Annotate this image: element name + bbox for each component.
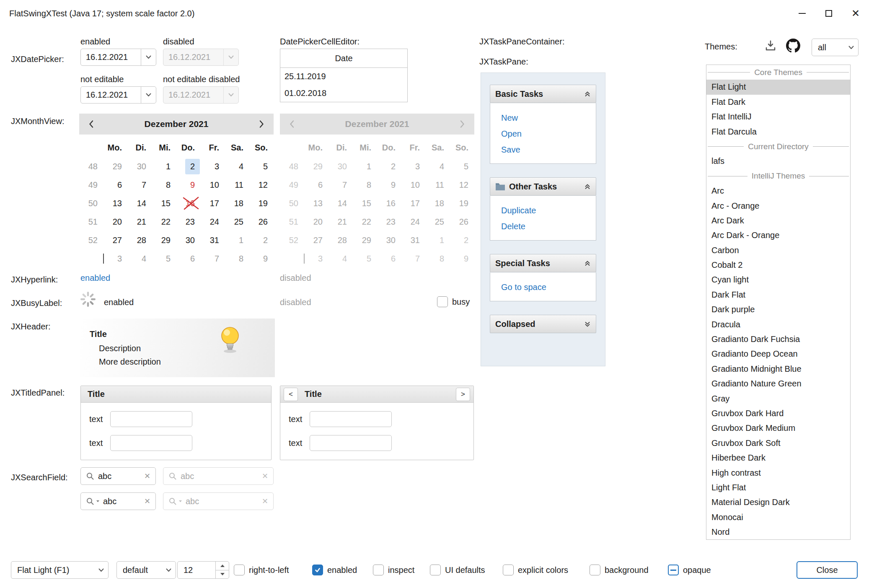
- day-cell[interactable]: 7: [201, 249, 225, 268]
- day-cell[interactable]: 16: [176, 194, 201, 212]
- theme-list-item[interactable]: Flat Light: [706, 80, 850, 94]
- day-cell[interactable]: 3: [103, 249, 128, 268]
- day-cell[interactable]: 14: [128, 194, 152, 212]
- datepicker-value[interactable]: 16.12.2021: [81, 49, 141, 65]
- day-cell[interactable]: 2: [249, 231, 274, 249]
- spinner-down-button[interactable]: [216, 570, 229, 579]
- clear-icon[interactable]: ✕: [144, 471, 150, 481]
- theme-list-item[interactable]: Gray: [706, 391, 850, 406]
- theme-list-item[interactable]: Gradianto Midnight Blue: [706, 362, 850, 376]
- day-cell[interactable]: 19: [249, 194, 274, 212]
- theme-list-item[interactable]: Flat IntelliJ: [706, 109, 850, 124]
- next-month-button[interactable]: [249, 120, 274, 128]
- close-dialog-button[interactable]: Close: [797, 561, 858, 579]
- theme-list-item[interactable]: Flat Darcula: [706, 124, 850, 139]
- theme-list-item[interactable]: Arc - Orange: [706, 199, 850, 213]
- datepicker-value[interactable]: 16.12.2021: [81, 87, 141, 103]
- theme-list-item[interactable]: Monocai: [706, 510, 850, 525]
- day-cell[interactable]: 30: [128, 157, 152, 176]
- datepicker-dropdown-button[interactable]: [141, 49, 156, 65]
- date-table-cell[interactable]: 25.11.2019: [280, 68, 407, 85]
- day-cell[interactable]: 20: [103, 212, 128, 231]
- themes-filter-combobox[interactable]: all: [812, 39, 859, 56]
- theme-list-item[interactable]: Gradianto Nature Green: [706, 376, 850, 391]
- day-cell[interactable]: 13: [103, 194, 128, 212]
- day-cell[interactable]: 29: [103, 157, 128, 176]
- theme-list-item[interactable]: Dark Flat: [706, 288, 850, 302]
- prev-month-button[interactable]: [79, 120, 103, 128]
- day-cell[interactable]: 3: [201, 157, 225, 176]
- github-button[interactable]: [786, 39, 800, 53]
- day-cell[interactable]: 4: [225, 157, 249, 176]
- day-cell[interactable]: 24: [201, 212, 225, 231]
- day-cell[interactable]: 18: [225, 194, 249, 212]
- theme-list-item[interactable]: Gruvbox Dark Soft: [706, 436, 850, 451]
- maximize-button[interactable]: [815, 0, 842, 27]
- day-cell[interactable]: 6: [103, 176, 128, 194]
- search-text[interactable]: abc: [98, 471, 140, 481]
- day-cell[interactable]: 1: [152, 157, 176, 176]
- minimize-button[interactable]: [789, 0, 815, 27]
- theme-list-item[interactable]: Gruvbox Dark Medium: [706, 421, 850, 435]
- day-cell[interactable]: 25: [225, 212, 249, 231]
- theme-list-item[interactable]: Light Flat: [706, 480, 850, 495]
- busy-checkbox[interactable]: busy: [437, 293, 470, 311]
- window-close-button[interactable]: ✕: [842, 0, 869, 27]
- spinner-up-button[interactable]: [216, 562, 229, 570]
- day-cell[interactable]: 6: [176, 249, 201, 268]
- theme-list-item[interactable]: lafs: [706, 154, 850, 168]
- task-link[interactable]: Save: [501, 142, 596, 158]
- day-cell[interactable]: 11: [225, 176, 249, 194]
- task-link[interactable]: Open: [501, 126, 596, 142]
- task-pane-header[interactable]: Basic Tasks: [490, 85, 596, 103]
- theme-list-item[interactable]: Dracula: [706, 317, 850, 332]
- theme-list-item[interactable]: Arc: [706, 184, 850, 198]
- day-cell[interactable]: 29: [152, 231, 176, 249]
- day-cell[interactable]: 5: [152, 249, 176, 268]
- theme-list-item[interactable]: Arc Dark - Orange: [706, 228, 850, 243]
- checkbox-background[interactable]: background: [590, 561, 649, 579]
- theme-list-item[interactable]: Gradianto Dark Fuchsia: [706, 332, 850, 347]
- task-link[interactable]: Delete: [501, 218, 596, 234]
- day-cell[interactable]: 27: [103, 231, 128, 249]
- day-cell[interactable]: 7: [128, 176, 152, 194]
- theme-list-item[interactable]: Hiberbee Dark: [706, 451, 850, 465]
- hyperlink-enabled[interactable]: enabled: [80, 273, 110, 283]
- day-cell[interactable]: 21: [128, 212, 152, 231]
- theme-list-item[interactable]: Gradianto Deep Ocean: [706, 347, 850, 361]
- day-cell[interactable]: 28: [128, 231, 152, 249]
- theme-list-item[interactable]: High contrast: [706, 466, 850, 480]
- date-table-cell[interactable]: 01.02.2018: [280, 85, 407, 101]
- task-pane-header[interactable]: Collapsed: [490, 315, 596, 333]
- checkbox-explicit-colors[interactable]: explicit colors: [503, 561, 568, 579]
- theme-list-item[interactable]: Gruvbox Dark Hard: [706, 406, 850, 421]
- spinner-value[interactable]: 12: [178, 562, 215, 578]
- day-cell[interactable]: 1: [225, 231, 249, 249]
- day-cell[interactable]: 10: [201, 176, 225, 194]
- task-link[interactable]: New: [501, 110, 596, 126]
- day-cell[interactable]: 5: [249, 157, 274, 176]
- theme-list-item[interactable]: Flat Dark: [706, 95, 850, 109]
- theme-list-item[interactable]: Nord: [706, 525, 850, 539]
- datepicker-not-editable[interactable]: 16.12.2021: [80, 86, 156, 104]
- day-cell[interactable]: 8: [225, 249, 249, 268]
- download-themes-button[interactable]: [764, 39, 777, 52]
- day-cell[interactable]: 4: [128, 249, 152, 268]
- checkbox-inspect[interactable]: inspect: [373, 561, 414, 579]
- day-cell[interactable]: 12: [249, 176, 274, 194]
- text-input[interactable]: [110, 435, 192, 451]
- font-combobox[interactable]: default: [116, 561, 176, 579]
- search-text[interactable]: abc: [103, 497, 140, 506]
- day-cell[interactable]: 26: [249, 212, 274, 231]
- datepicker-enabled[interactable]: 16.12.2021: [80, 49, 156, 66]
- day-cell[interactable]: 9: [249, 249, 274, 268]
- clear-icon[interactable]: ✕: [144, 497, 150, 506]
- day-cell[interactable]: 8: [152, 176, 176, 194]
- search-field[interactable]: abc✕: [80, 467, 156, 485]
- panel-right-button[interactable]: >: [456, 388, 470, 401]
- font-size-spinner[interactable]: 12: [177, 561, 229, 579]
- theme-list-item[interactable]: Cobalt 2: [706, 258, 850, 272]
- day-cell[interactable]: 9: [176, 176, 201, 194]
- day-cell[interactable]: 23: [176, 212, 201, 231]
- text-input[interactable]: [310, 411, 392, 427]
